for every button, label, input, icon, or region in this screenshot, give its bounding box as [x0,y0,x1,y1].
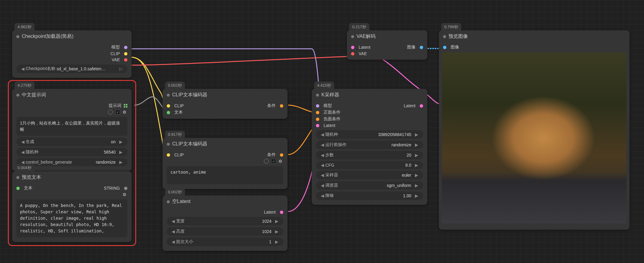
checkbox-icon[interactable]: ✓ [115,110,120,115]
timing-badge: 4.415秒 [314,82,334,89]
timing-badge: 0.002秒 [165,188,185,196]
width-widget[interactable]: ◀宽度1024▶ [167,217,283,225]
timing-badge: 0.004秒 [15,164,34,172]
output-label: 图像 [407,45,416,50]
circle-icon[interactable] [108,110,113,115]
input-label: CLIP [174,103,184,108]
input-label: 正面条件 [324,110,340,115]
input-label: 文本 [24,185,32,191]
generated-image-puppy-on-bench[interactable] [442,52,626,224]
settings-icon[interactable]: ⚙ [278,159,283,164]
output-label: 提示词 [109,103,121,108]
timing-badge: 0.799秒 [441,23,461,31]
denoise-widget[interactable]: ◀降噪1.00▶ [316,191,423,200]
checkpoint-name-widget[interactable]: ◀ Checkpoint名称 sd_xl_base_1.0.safeten… ▷ [16,65,127,73]
node-title: CLIP文本编码器 [172,92,207,98]
output-label: VAE [112,57,120,62]
seed-widget[interactable]: ◀随机种33892056841745▶ [316,130,423,139]
input-label: 模型 [324,103,332,108]
input-label: Latent [359,45,370,50]
output-label: Latent [264,210,276,215]
timing-badge: 0.002秒 [165,82,185,89]
node-empty-latent[interactable]: 0.002秒 空Latent Latent ◀宽度1024▶ ◀高度1024▶ … [163,195,288,251]
node-preview-text[interactable]: 0.004秒 预览文本 文本 STRING ⚙ A puppy, On the … [12,171,132,242]
input-label: 负面条件 [324,116,340,122]
seed-widget[interactable]: ◀随机种58540▶ [16,148,127,156]
prompt-textbox[interactable]: 1只小狗，站在长椅上，在公园里，真实照片，超级清晰 [16,117,127,136]
generate-widget[interactable]: ◀生成on▶ [16,138,127,146]
node-vae-decode[interactable]: 0.217秒 VAE解码 Latent图像 VAE [347,30,427,60]
cfg-widget[interactable]: ◀CFG8.0▶ [316,161,423,169]
scheduler-widget[interactable]: ◀调度器sgm_uniform▶ [316,181,423,190]
timing-badge: 0.217秒 [349,23,369,31]
preview-textbox: A puppy, On the bench, In the park, Real… [16,199,127,237]
timing-badge: 0.917秒 [165,131,185,138]
settings-icon[interactable]: ⚙ [123,192,127,197]
output-label: 条件 [267,152,276,158]
output-label: Latent [404,103,416,108]
input-label: VAE [359,51,367,56]
node-ksampler[interactable]: 4.415秒 K采样器 模型Latent 正面条件 负面条件 Latent ◀随… [312,89,427,205]
node-title: 预览文本 [22,174,41,181]
input-label: 图像 [451,45,459,50]
node-title: Checkpoint加载器(简易) [22,33,74,40]
input-label: CLIP [174,152,184,157]
node-preview-image[interactable]: 0.799秒 预览图像 图像 [439,30,629,230]
node-graph-canvas[interactable]: 4.962秒 Checkpoint加载器(简易) 模型 CLIP VAE ◀ C… [0,0,644,263]
node-title: K采样器 [321,92,339,98]
grid-icon [124,104,127,108]
sampler-widget[interactable]: ◀采样器euler▶ [316,171,423,179]
input-label: 文本 [174,110,183,115]
node-clip-encoder-positive[interactable]: 0.002秒 CLIP文本编码器 CLIP 条件 文本 [163,89,288,119]
steps-widget[interactable]: ◀步数20▶ [316,151,423,159]
node-checkpoint-loader[interactable]: 4.962秒 Checkpoint加载器(简易) 模型 CLIP VAE ◀ C… [12,30,132,78]
checkbox-icon[interactable]: ✓ [271,159,276,164]
node-title: 预览图像 [448,33,468,40]
output-label: 模型 [111,45,120,50]
node-title: CLIP文本编码器 [172,141,207,147]
output-label: 条件 [267,103,276,108]
output-label: CLIP [110,51,120,56]
height-widget[interactable]: ◀高度1024▶ [167,227,283,236]
batch-widget[interactable]: ◀批次大小1▶ [167,238,283,246]
node-clip-encoder-negative[interactable]: 0.917秒 CLIP文本编码器 CLIP 条件 ✓⚙ cartoon, ani… [163,138,288,189]
output-label: STRING [104,186,120,191]
circle-icon[interactable] [264,159,269,164]
node-title: VAE解码 [356,33,376,40]
input-label: Latent [324,123,335,128]
timing-badge: 4.962秒 [15,23,34,31]
chevron-left-icon[interactable]: ◀ [20,66,26,71]
chevron-right-icon[interactable]: ▷ [118,66,124,71]
node-title: 中文提示词 [22,92,46,98]
timing-badge: 4.275秒 [15,82,34,89]
preop-widget[interactable]: ◀运行前操作randomize▶ [316,141,423,149]
node-chinese-prompt[interactable]: 4.275秒 中文提示词 提示词 ✓⚙ 1只小狗，站在长椅上，在公园里，真实照片… [12,89,132,171]
node-title: 空Latent [172,198,190,205]
settings-icon[interactable]: ⚙ [123,110,127,115]
negative-prompt-textbox[interactable]: cartoon, anime [167,166,283,184]
